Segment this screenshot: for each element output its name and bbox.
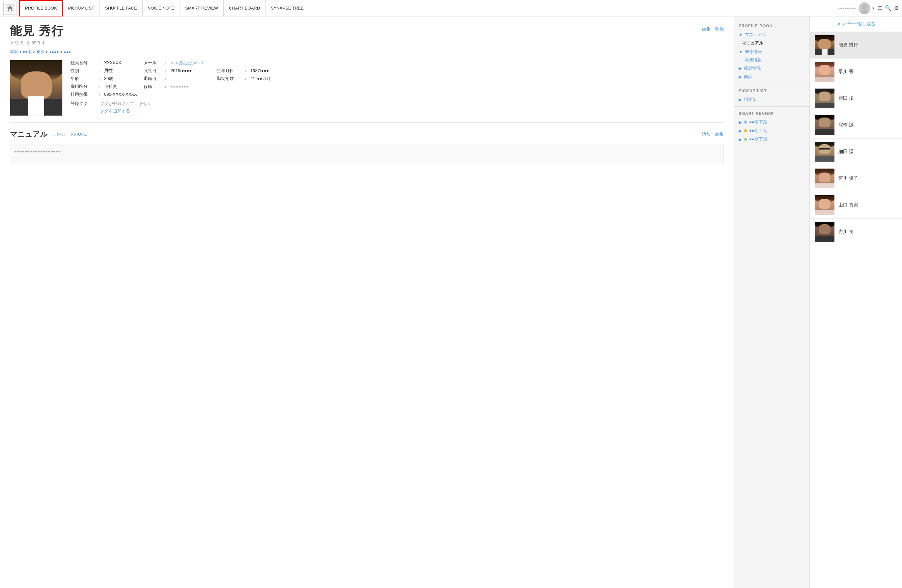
sidebar-pickup-none[interactable]: ▶ 指定なし <box>734 95 810 104</box>
join-date-label: 入社日 <box>144 68 163 74</box>
tab-smart-review[interactable]: SMART REVIEW <box>180 0 224 16</box>
tab-synapse-tree[interactable]: SYNAPSE TREE <box>266 0 309 16</box>
sidebar-manual-item[interactable]: マニュアル <box>734 39 810 47</box>
tab-profile-book[interactable]: PROFILE BOOK <box>19 0 63 16</box>
pickup-arrow: ▶ <box>739 97 742 102</box>
tag-label: 登録タグ <box>70 101 97 107</box>
breadcrumb-item5[interactable]: ●●● <box>64 50 71 54</box>
member-avatar-yamaguchi <box>815 195 835 215</box>
breadcrumb-bu[interactable]: ●●部 <box>23 49 31 55</box>
age-label: 年齢 <box>70 76 97 82</box>
sidebar-manual-group[interactable]: ▼ マニュアル <box>734 30 810 39</box>
breadcrumb: 本部 > ●●部 > 横浜 > ●●●● > ●●● <box>10 49 724 55</box>
member-item-yoshikawa[interactable]: 吉川 良 <box>810 219 902 245</box>
edit-button[interactable]: 編集 <box>702 27 711 32</box>
sidebar-interview-arrow: ▶ <box>739 74 742 79</box>
profile-body: 社員番号 ： XXXXXX メール ： ○○○@△△△.××.□□ 性別 ： 男… <box>10 60 724 116</box>
profile-actions: 編集 削除 <box>702 27 724 32</box>
profile-fields: 社員番号 ： XXXXXX メール ： ○○○@△△△.××.□□ 性別 ： 男… <box>70 60 724 116</box>
member-avatar-yoshikawa <box>815 222 835 242</box>
member-name-hayakawa: 早川 香 <box>838 69 853 75</box>
manual-section-header: マニュアル このシートのURL 追加 編集 <box>10 130 724 139</box>
review-arrow-3: ▶ <box>739 137 742 142</box>
delete-button[interactable]: 削除 <box>715 27 724 32</box>
email-label: メール <box>144 60 163 66</box>
profile-name-kana: ノウミ ヒデユキ <box>10 40 64 46</box>
employment-label: 雇用区分 <box>70 84 97 89</box>
sidebar-section-pickuplist: PICKUP LIST <box>734 87 810 95</box>
member-avatar-noumi <box>815 35 835 55</box>
member-item-yamaguchi[interactable]: 山口 真実 <box>810 192 902 219</box>
review-arrow-1: ▶ <box>739 120 742 125</box>
member-name-fukasaku: 深作 誠 <box>838 122 853 128</box>
tab-pickup-list[interactable]: PICKUP LIST <box>63 0 100 16</box>
review-dot-2 <box>744 129 747 132</box>
tab-voice-note[interactable]: VOICE NOTE <box>143 0 180 16</box>
sidebar-interview-label: 面談 <box>744 74 752 80</box>
profile-name: 能見 秀行 <box>10 23 64 39</box>
sidebar-interview-item[interactable]: ▶ 面談 <box>734 72 810 81</box>
sidebar-hassou-group[interactable]: ▼ 発令情報 <box>734 47 810 56</box>
svg-point-2 <box>862 4 867 9</box>
member-item-hosoda[interactable]: 細田 護 <box>810 139 902 165</box>
age-row: 年齢 ： 30歳 退職日 ： 勤続年数 ： 4年●●カ月 <box>70 76 724 82</box>
user-avatar <box>858 2 871 14</box>
member-item-hayakawa[interactable]: 早川 香 <box>810 59 902 85</box>
header-icons: ☰ 🔍 ⚙ <box>878 5 899 11</box>
birthdate-label: 生年月日 <box>217 68 243 74</box>
tag-add-link[interactable]: タグを追加する <box>100 108 152 114</box>
list-icon[interactable]: ☰ <box>878 5 882 11</box>
tab-shuffle-face[interactable]: SHUFFLE FACE <box>100 0 143 16</box>
member-item-noumi[interactable]: 能見 秀行 <box>810 32 902 59</box>
sidebar-review-item-1[interactable]: ▶ ●●期下期 <box>734 118 810 127</box>
manual-add-button[interactable]: 追加 <box>702 131 711 137</box>
sidebar-kenmu-item[interactable]: 兼務情報 <box>734 56 810 64</box>
sidebar-career-item[interactable]: ▶ 経歴情報 <box>734 64 810 72</box>
manual-actions: 追加 編集 <box>702 131 724 137</box>
breadcrumb-yokohama[interactable]: 横浜 <box>36 49 44 55</box>
right-panel-header: メンバー一覧に戻る <box>810 16 902 32</box>
right-panel: メンバー一覧に戻る 能見 秀行 <box>810 16 902 588</box>
years-value: 4年●●カ月 <box>251 76 271 82</box>
member-avatar-fukasaku <box>815 115 835 135</box>
age-value: 30歳 <box>104 76 137 82</box>
settings-icon[interactable]: ⚙ <box>894 5 899 11</box>
back-link[interactable]: メンバー一覧に戻る <box>837 21 875 27</box>
member-item-miyagawa[interactable]: 宮川 優子 <box>810 165 902 192</box>
employee-email-row: 社員番号 ： XXXXXX メール ： ○○○@△△△.××.□□ <box>70 60 724 66</box>
sidebar-review-item-3[interactable]: ▶ ●●期下期 <box>734 135 810 144</box>
sidebar-manual-group-label: マニュアル <box>745 31 766 38</box>
header-user: ●●●●●●●● ▾ <box>838 2 874 14</box>
tag-section: 登録タグ タグが登録されていません タグを追加する <box>70 101 724 114</box>
tab-chart-board[interactable]: CHART BOARD <box>224 0 266 16</box>
employee-number-label: 社員番号 <box>70 60 97 66</box>
member-item-fukasaku[interactable]: 深作 誠 <box>810 112 902 139</box>
logo[interactable] <box>3 2 16 15</box>
member-name-noumi: 能見 秀行 <box>838 42 858 48</box>
sidebar-review-item-2[interactable]: ▶ ●●期上期 <box>734 127 810 135</box>
member-name-yoshikawa: 吉川 良 <box>838 229 853 235</box>
profile-photo <box>10 60 63 116</box>
email-value: ○○○@△△△.××.□□ <box>171 60 205 65</box>
sidebar-hassou-label: 発令情報 <box>745 49 762 55</box>
sidebar-section-profilebook: PROFILE BOOK <box>734 22 810 30</box>
sidebar-section-smartreview: SMART REVIEW <box>734 109 810 118</box>
profile-header: 能見 秀行 ノウミ ヒデユキ 編集 削除 <box>10 23 724 46</box>
nav-tabs: PROFILE BOOK PICKUP LIST SHUFFLE FACE VO… <box>19 0 838 16</box>
member-avatar-aida <box>815 89 835 108</box>
manual-edit-button[interactable]: 編集 <box>715 131 724 137</box>
review-dot-3 <box>744 138 747 141</box>
gender-label: 性別 <box>70 68 97 74</box>
member-item-aida[interactable]: 藍田 拓 <box>810 85 902 112</box>
dropdown-arrow-icon[interactable]: ▾ <box>872 6 874 11</box>
breadcrumb-honbu[interactable]: 本部 <box>10 49 18 55</box>
manual-url-link[interactable]: このシートのURL <box>52 131 87 137</box>
breadcrumb-item4[interactable]: ●●●● <box>49 50 59 54</box>
search-icon[interactable]: 🔍 <box>885 5 891 11</box>
sidebar-career-arrow: ▶ <box>739 66 742 71</box>
manual-section: マニュアル このシートのURL 追加 編集 ●●●●●●●●●●●●●●●●●● <box>10 130 724 164</box>
member-name-miyagawa: 宮川 優子 <box>838 175 858 181</box>
review-label-2: ●●期上期 <box>749 128 767 134</box>
member-name-yamaguchi: 山口 真実 <box>838 202 858 208</box>
divider <box>10 122 724 123</box>
